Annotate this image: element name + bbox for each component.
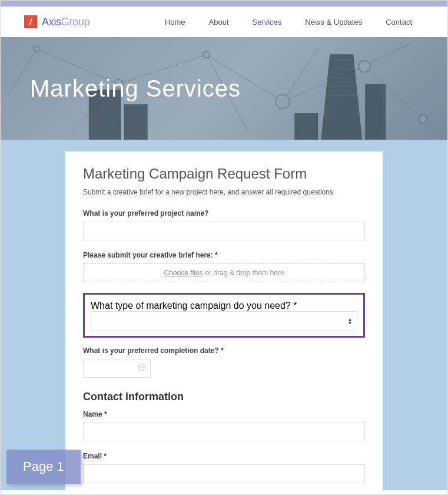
email-label: Email * — [83, 452, 365, 460]
browser-chrome-bar — [1, 1, 447, 6]
contact-section-heading: Contact information — [83, 391, 365, 403]
hero-title: Marketing Services — [30, 75, 241, 102]
page-body: Marketing Campaign Request Form Submit a… — [1, 140, 447, 490]
logo-text-b: Group — [61, 16, 90, 28]
top-nav: / AxisGroup Home About Services News & U… — [1, 6, 447, 37]
svg-rect-20 — [294, 113, 318, 140]
nav-link-about[interactable]: About — [209, 18, 229, 27]
nav-links: Home About Services News & Updates Conta… — [165, 18, 412, 27]
nav-link-news[interactable]: News & Updates — [305, 18, 362, 27]
form-subtitle: Submit a creative brief for a new projec… — [83, 188, 365, 196]
email-input[interactable] — [83, 464, 365, 483]
name-input[interactable] — [83, 423, 365, 441]
field-creative-brief: Please submit your creative brief here: … — [83, 251, 365, 282]
creative-brief-label: Please submit your creative brief here: … — [83, 251, 365, 259]
project-name-label: What is your preferred project name? — [83, 209, 365, 217]
field-email: Email * — [83, 452, 365, 483]
campaign-type-label: What type of marketing campaign do you n… — [91, 301, 297, 311]
logo-text: AxisGroup — [42, 16, 89, 28]
form-title: Marketing Campaign Request Form — [83, 166, 365, 182]
project-name-input[interactable] — [83, 222, 365, 240]
page-indicator-badge: Page 1 — [6, 450, 81, 484]
svg-rect-17 — [124, 104, 148, 140]
upload-hint: or drag & drop them here — [205, 269, 284, 277]
field-project-name: What is your preferred project name? — [83, 209, 365, 240]
campaign-type-select[interactable] — [91, 311, 357, 331]
name-label: Name * — [83, 410, 365, 418]
file-upload-dropzone[interactable]: Choose files or drag & drop them here — [83, 263, 365, 282]
nav-link-services[interactable]: Services — [253, 18, 282, 27]
campaign-type-select-wrap: ▴▾ — [91, 311, 357, 331]
svg-marker-18 — [321, 54, 362, 140]
completion-date-label: What is your preferred completion date? … — [83, 346, 365, 355]
logo[interactable]: / AxisGroup — [24, 15, 89, 28]
calendar-icon — [138, 363, 146, 374]
hero-banner: Marketing Services — [1, 37, 447, 140]
svg-rect-19 — [365, 84, 386, 140]
logo-mark-icon: / — [24, 15, 37, 28]
form-card: Marketing Campaign Request Form Submit a… — [65, 151, 383, 490]
nav-link-home[interactable]: Home — [165, 18, 185, 27]
choose-files-link[interactable]: Choose files — [164, 269, 203, 277]
logo-text-a: Axis — [42, 16, 61, 28]
nav-link-contact[interactable]: Contact — [386, 18, 412, 27]
field-campaign-type-highlight: What type of marketing campaign do you n… — [83, 293, 365, 338]
field-name: Name * — [83, 410, 365, 441]
field-completion-date: What is your preferred completion date? … — [83, 346, 365, 378]
